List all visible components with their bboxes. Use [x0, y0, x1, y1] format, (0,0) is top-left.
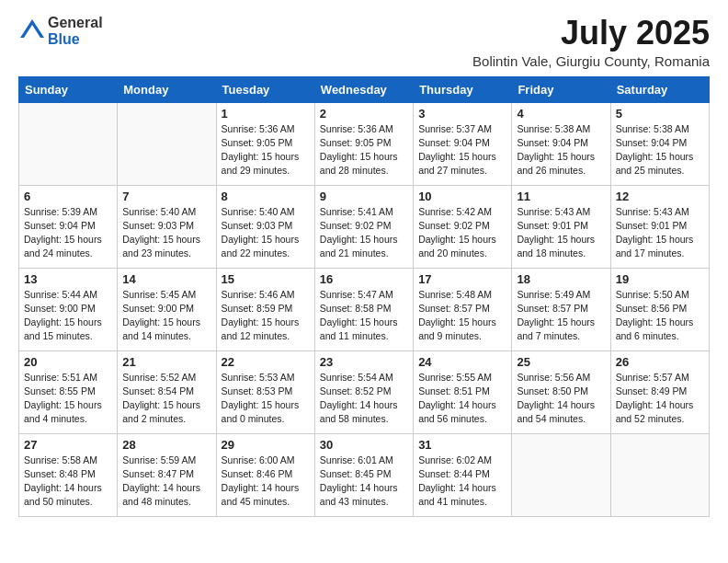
- day-info: Sunrise: 5:50 AMSunset: 8:56 PMDaylight:…: [616, 288, 704, 344]
- calendar-cell: 16Sunrise: 5:47 AMSunset: 8:58 PMDayligh…: [314, 268, 413, 350]
- calendar-cell: 27Sunrise: 5:58 AMSunset: 8:48 PMDayligh…: [19, 433, 118, 516]
- day-number: 16: [320, 272, 408, 286]
- calendar-cell: 1Sunrise: 5:36 AMSunset: 9:05 PMDaylight…: [216, 102, 314, 185]
- calendar-table: SundayMondayTuesdayWednesdayThursdayFrid…: [18, 76, 710, 517]
- weekday-header-thursday: Thursday: [414, 76, 512, 102]
- day-info: Sunrise: 5:38 AMSunset: 9:04 PMDaylight:…: [517, 122, 605, 178]
- calendar-cell: 9Sunrise: 5:41 AMSunset: 9:02 PMDaylight…: [314, 185, 413, 268]
- day-number: 27: [24, 438, 112, 452]
- logo-general: General: [48, 15, 103, 30]
- calendar-cell: 5Sunrise: 5:38 AMSunset: 9:04 PMDaylight…: [610, 102, 709, 185]
- day-info: Sunrise: 5:38 AMSunset: 9:04 PMDaylight:…: [616, 122, 704, 178]
- day-number: 22: [222, 355, 310, 369]
- calendar-cell: 26Sunrise: 5:57 AMSunset: 8:49 PMDayligh…: [610, 350, 709, 433]
- calendar-week-1: 1Sunrise: 5:36 AMSunset: 9:05 PMDaylight…: [19, 102, 710, 185]
- day-number: 17: [418, 272, 506, 286]
- day-info: Sunrise: 5:41 AMSunset: 9:02 PMDaylight:…: [320, 205, 408, 261]
- day-number: 28: [122, 438, 210, 452]
- day-info: Sunrise: 5:49 AMSunset: 8:57 PMDaylight:…: [517, 288, 605, 344]
- day-info: Sunrise: 5:36 AMSunset: 9:05 PMDaylight:…: [222, 122, 310, 178]
- day-info: Sunrise: 5:48 AMSunset: 8:57 PMDaylight:…: [418, 288, 506, 344]
- day-number: 24: [418, 355, 506, 369]
- day-info: Sunrise: 5:51 AMSunset: 8:55 PMDaylight:…: [24, 371, 112, 427]
- day-number: 25: [517, 355, 605, 369]
- day-number: 15: [222, 272, 310, 286]
- day-info: Sunrise: 5:43 AMSunset: 9:01 PMDaylight:…: [517, 205, 605, 261]
- day-number: 20: [24, 355, 112, 369]
- calendar-cell: 10Sunrise: 5:42 AMSunset: 9:02 PMDayligh…: [414, 185, 512, 268]
- day-info: Sunrise: 5:46 AMSunset: 8:59 PMDaylight:…: [222, 288, 310, 344]
- day-number: 9: [320, 190, 408, 203]
- day-number: 10: [418, 190, 506, 203]
- day-info: Sunrise: 5:40 AMSunset: 9:03 PMDaylight:…: [222, 205, 310, 261]
- day-number: 21: [122, 355, 210, 369]
- day-info: Sunrise: 5:37 AMSunset: 9:04 PMDaylight:…: [418, 122, 506, 178]
- logo: General Blue: [18, 15, 103, 47]
- calendar-cell: 12Sunrise: 5:43 AMSunset: 9:01 PMDayligh…: [610, 185, 709, 268]
- calendar-cell: 30Sunrise: 6:01 AMSunset: 8:45 PMDayligh…: [314, 433, 413, 516]
- day-number: 3: [418, 107, 506, 121]
- calendar-cell: 11Sunrise: 5:43 AMSunset: 9:01 PMDayligh…: [512, 185, 610, 268]
- day-info: Sunrise: 6:00 AMSunset: 8:46 PMDaylight:…: [222, 454, 310, 510]
- calendar-cell: 25Sunrise: 5:56 AMSunset: 8:50 PMDayligh…: [512, 350, 610, 433]
- calendar-cell: 29Sunrise: 6:00 AMSunset: 8:46 PMDayligh…: [216, 433, 314, 516]
- day-number: 1: [222, 107, 310, 121]
- day-number: 31: [418, 438, 506, 452]
- calendar-cell: 17Sunrise: 5:48 AMSunset: 8:57 PMDayligh…: [414, 268, 512, 350]
- calendar-cell: 18Sunrise: 5:49 AMSunset: 8:57 PMDayligh…: [512, 268, 610, 350]
- day-number: 23: [320, 355, 408, 369]
- day-info: Sunrise: 5:43 AMSunset: 9:01 PMDaylight:…: [616, 205, 704, 261]
- day-number: 2: [320, 107, 408, 121]
- day-info: Sunrise: 5:40 AMSunset: 9:03 PMDaylight:…: [122, 205, 210, 261]
- title-block: July 2025 Bolintin Vale, Giurgiu County,…: [472, 15, 710, 69]
- calendar-cell: 6Sunrise: 5:39 AMSunset: 9:04 PMDaylight…: [19, 185, 118, 268]
- calendar-week-3: 13Sunrise: 5:44 AMSunset: 9:00 PMDayligh…: [19, 268, 710, 350]
- day-info: Sunrise: 5:39 AMSunset: 9:04 PMDaylight:…: [24, 205, 112, 261]
- calendar-cell: 21Sunrise: 5:52 AMSunset: 8:54 PMDayligh…: [118, 350, 216, 433]
- day-info: Sunrise: 5:45 AMSunset: 9:00 PMDaylight:…: [122, 288, 210, 344]
- day-number: 12: [616, 190, 704, 203]
- calendar-cell: [610, 433, 709, 516]
- day-info: Sunrise: 5:58 AMSunset: 8:48 PMDaylight:…: [24, 454, 112, 510]
- calendar-cell: 2Sunrise: 5:36 AMSunset: 9:05 PMDaylight…: [314, 102, 413, 185]
- day-info: Sunrise: 6:01 AMSunset: 8:45 PMDaylight:…: [320, 454, 408, 510]
- calendar-cell: 28Sunrise: 5:59 AMSunset: 8:47 PMDayligh…: [118, 433, 216, 516]
- day-number: 26: [616, 355, 704, 369]
- calendar-cell: 24Sunrise: 5:55 AMSunset: 8:51 PMDayligh…: [414, 350, 512, 433]
- day-number: 6: [24, 190, 112, 203]
- weekday-header-tuesday: Tuesday: [216, 76, 314, 102]
- calendar-cell: 8Sunrise: 5:40 AMSunset: 9:03 PMDaylight…: [216, 185, 314, 268]
- calendar-cell: 22Sunrise: 5:53 AMSunset: 8:53 PMDayligh…: [216, 350, 314, 433]
- month-year-title: July 2025: [472, 15, 710, 52]
- day-info: Sunrise: 5:54 AMSunset: 8:52 PMDaylight:…: [320, 371, 408, 427]
- day-info: Sunrise: 5:44 AMSunset: 9:00 PMDaylight:…: [24, 288, 112, 344]
- calendar-cell: 23Sunrise: 5:54 AMSunset: 8:52 PMDayligh…: [314, 350, 413, 433]
- day-info: Sunrise: 5:52 AMSunset: 8:54 PMDaylight:…: [122, 371, 210, 427]
- calendar-cell: 14Sunrise: 5:45 AMSunset: 9:00 PMDayligh…: [118, 268, 216, 350]
- day-number: 19: [616, 272, 704, 286]
- day-info: Sunrise: 5:59 AMSunset: 8:47 PMDaylight:…: [122, 454, 210, 510]
- day-info: Sunrise: 5:53 AMSunset: 8:53 PMDaylight:…: [222, 371, 310, 427]
- weekday-header-wednesday: Wednesday: [314, 76, 413, 102]
- day-info: Sunrise: 6:02 AMSunset: 8:44 PMDaylight:…: [418, 454, 506, 510]
- day-info: Sunrise: 5:47 AMSunset: 8:58 PMDaylight:…: [320, 288, 408, 344]
- calendar-week-2: 6Sunrise: 5:39 AMSunset: 9:04 PMDaylight…: [19, 185, 710, 268]
- calendar-cell: [512, 433, 610, 516]
- day-number: 30: [320, 438, 408, 452]
- calendar-cell: 7Sunrise: 5:40 AMSunset: 9:03 PMDaylight…: [118, 185, 216, 268]
- day-number: 13: [24, 272, 112, 286]
- calendar-week-5: 27Sunrise: 5:58 AMSunset: 8:48 PMDayligh…: [19, 433, 710, 516]
- calendar-week-4: 20Sunrise: 5:51 AMSunset: 8:55 PMDayligh…: [19, 350, 710, 433]
- weekday-header-saturday: Saturday: [610, 76, 709, 102]
- weekday-header-friday: Friday: [512, 76, 610, 102]
- calendar-cell: 13Sunrise: 5:44 AMSunset: 9:00 PMDayligh…: [19, 268, 118, 350]
- calendar-cell: [118, 102, 216, 185]
- day-number: 14: [122, 272, 210, 286]
- location-subtitle: Bolintin Vale, Giurgiu County, Romania: [472, 53, 710, 69]
- day-number: 11: [517, 190, 605, 203]
- day-number: 7: [122, 190, 210, 203]
- day-info: Sunrise: 5:36 AMSunset: 9:05 PMDaylight:…: [320, 122, 408, 178]
- calendar-cell: 4Sunrise: 5:38 AMSunset: 9:04 PMDaylight…: [512, 102, 610, 185]
- weekday-header-row: SundayMondayTuesdayWednesdayThursdayFrid…: [19, 76, 710, 102]
- calendar-cell: 15Sunrise: 5:46 AMSunset: 8:59 PMDayligh…: [216, 268, 314, 350]
